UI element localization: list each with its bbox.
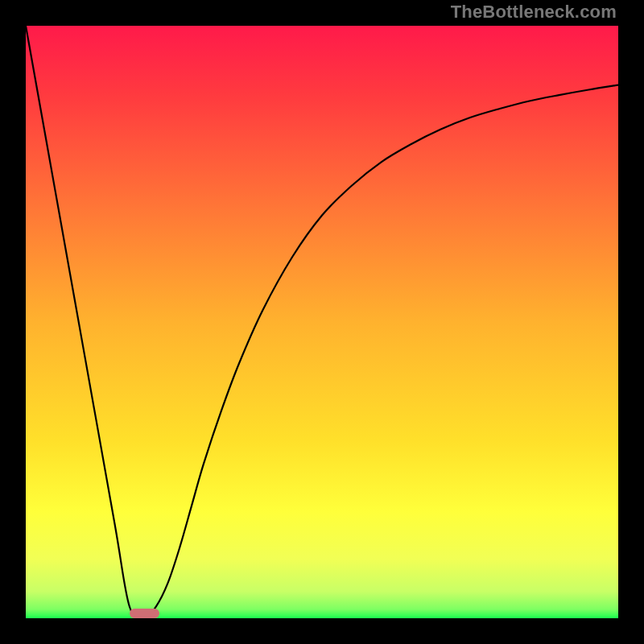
minimum-marker — [130, 609, 159, 618]
chart-frame: TheBottleneck.com — [0, 0, 644, 644]
watermark-text: TheBottleneck.com — [451, 2, 617, 23]
plot-area — [26, 26, 618, 618]
bottleneck-curve — [26, 26, 618, 618]
